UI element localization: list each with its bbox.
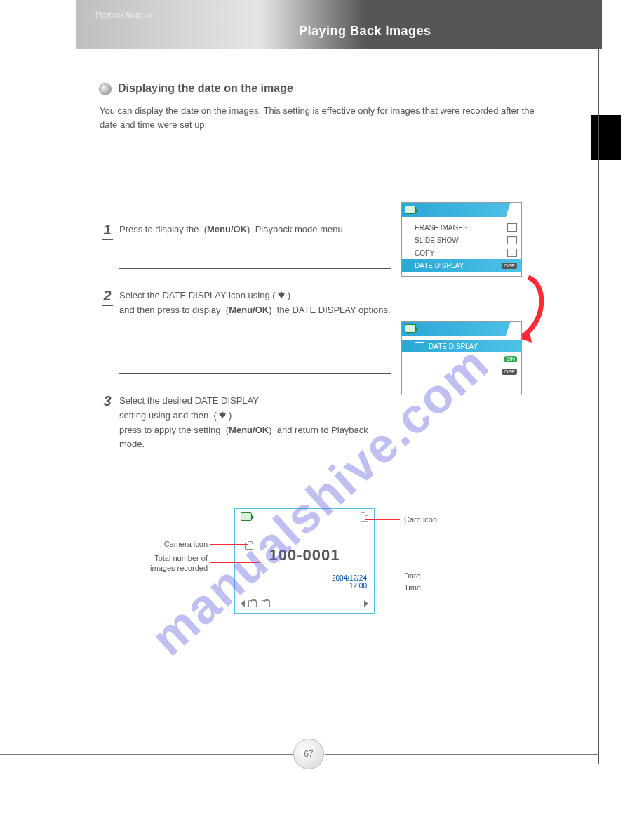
panel-b-titlebar: [402, 322, 521, 336]
header-bar: Playback Mode >> Playing Back Images: [76, 0, 602, 49]
bullet-icon: [99, 83, 112, 95]
chapter-side-tab: Playing Back Images: [591, 115, 621, 160]
menu-row-date-display: DATE DISPLAYOFF: [402, 259, 521, 272]
slideshow-icon: [507, 236, 517, 244]
lcd-time: 12:00: [235, 582, 374, 590]
callout-line-total: [210, 562, 260, 563]
panel-tab-notch-2: [506, 322, 521, 336]
playback-menu-panel: ERASE IMAGES SLIDE SHOW COPY DATE DISPLA…: [401, 202, 522, 277]
page-right-border: [598, 49, 599, 764]
s2b: and then press to display: [119, 305, 221, 315]
menu-ok-pill: (Menu/OK): [204, 224, 250, 234]
s3b: setting using and then: [119, 410, 208, 421]
up-down-icon-2: ( ): [213, 410, 232, 421]
callout-line-date: [358, 576, 400, 576]
on-pill: ON: [504, 356, 517, 362]
footer-cam-icon: [248, 600, 257, 607]
menu-row-erase-label: ERASE IMAGES: [415, 224, 468, 232]
off-pill-2: OFF: [502, 369, 517, 375]
s1b: Playback mode menu.: [255, 224, 346, 234]
copy-icon: [507, 249, 517, 257]
step-2: Select the DATE DISPLAY icon using ( ) a…: [119, 289, 391, 318]
callout-total: Total number of images recorded: [132, 553, 208, 574]
erase-icon: [507, 223, 517, 232]
callout-line-time: [358, 588, 400, 588]
step-number-1: 1: [100, 222, 115, 240]
page-root: Playback Mode >> Playing Back Images Pla…: [0, 0, 644, 834]
menu-row-slideshow-label: SLIDE SHOW: [415, 237, 459, 244]
menu-ok-pill-3: (Menu/OK): [226, 425, 272, 435]
divider-2: [119, 373, 391, 374]
panel-tab-notch: [506, 203, 521, 217]
divider-1: [119, 268, 391, 269]
callout-line-card: [365, 519, 400, 520]
footer-trash-icon: [262, 600, 270, 607]
menu-ok-pill-2: (Menu/OK): [226, 305, 272, 315]
play-icon-2: [405, 324, 416, 333]
date-display-icon: [415, 342, 424, 350]
menu-row-copy-label: COPY: [415, 249, 434, 257]
breadcrumb: Playback Mode >>: [95, 11, 154, 19]
sd-card-icon: [361, 512, 368, 522]
lcd-camera-icon: [243, 541, 255, 552]
page-bottom-border-right: [325, 754, 599, 755]
menu-row-slideshow: SLIDE SHOW: [415, 234, 517, 246]
callout-line-cam-icon: [210, 544, 248, 545]
section-lead: You can display the date on the images. …: [100, 104, 549, 131]
callout-cam-icon: Camera icon: [156, 539, 208, 549]
callout-date: Date: [404, 571, 420, 581]
right-arrow-icon: [364, 600, 368, 607]
menu-row-date-display-label: DATE DISPLAY: [415, 262, 464, 270]
left-arrow-icon: [241, 600, 245, 607]
s2a: Select the DATE DISPLAY icon using: [119, 290, 270, 300]
s2c: the DATE DISPLAY options.: [277, 305, 391, 315]
step-1-wrap: Press to display the (Menu/OK) Playback …: [119, 223, 386, 237]
step-3: Select the desired DATE DISPLAY setting …: [119, 394, 391, 452]
submenu-head-label: DATE DISPLAY: [424, 343, 517, 350]
off-pill: OFF: [502, 263, 517, 269]
s3c: press to apply the setting: [119, 425, 221, 435]
page-bottom-border-left: [0, 754, 295, 755]
play-icon: [405, 206, 416, 214]
page-number-circle: 67: [293, 739, 324, 769]
page-number: 67: [304, 749, 313, 759]
lcd-date: 2004/12/24: [235, 574, 374, 582]
lcd-preview: 100-0001 2004/12/24 12:00: [234, 508, 375, 614]
up-down-icon: ( ): [272, 290, 290, 300]
panel-a-titlebar: [402, 203, 521, 217]
section-heading: Displaying the date on the image: [118, 82, 293, 95]
page-title: Playing Back Images: [299, 24, 431, 39]
s1a: Press to display the: [119, 224, 199, 234]
date-display-panel: DATE DISPLAY ON OFF: [401, 321, 522, 395]
s3a: Select the desired DATE DISPLAY: [119, 395, 259, 406]
menu-row-copy: COPY: [415, 246, 517, 259]
submenu-off: OFF: [415, 365, 517, 378]
lcd-play-icon: [241, 512, 252, 521]
menu-row-erase: ERASE IMAGES: [415, 221, 517, 234]
step-number-2: 2: [100, 288, 115, 306]
callout-time: Time: [404, 583, 421, 593]
submenu-spacer: [415, 378, 517, 390]
submenu-head: DATE DISPLAY: [402, 340, 521, 352]
step-number-3: 3: [100, 393, 115, 411]
callout-card: Card icon: [404, 515, 437, 524]
submenu-on: ON: [415, 352, 517, 365]
